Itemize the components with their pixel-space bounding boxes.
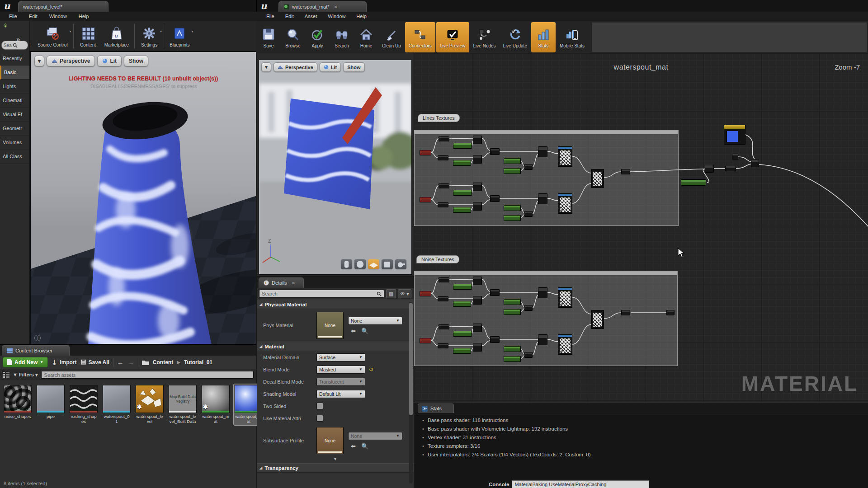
save-all-button[interactable]: Save All	[80, 359, 109, 366]
asset-rushing-shapes[interactable]: rushing_shapes	[69, 384, 99, 425]
chevron-down-icon[interactable]: ▾	[192, 29, 193, 33]
subsurface-profile-thumbnail[interactable]: None	[316, 427, 344, 454]
material-menu-asset[interactable]: Asset	[299, 13, 323, 20]
material-node-grn[interactable]	[453, 301, 471, 307]
asset-waterspout-level-built-data[interactable]: Map Build Data Registrywaterspout_level_…	[168, 384, 198, 425]
use-selected-icon[interactable]: ⬅	[351, 328, 356, 334]
material-menu-edit[interactable]: Edit	[280, 13, 299, 20]
breadcrumb-content[interactable]: Content	[153, 359, 173, 366]
material-node-blk[interactable]	[438, 296, 448, 301]
phys-material-thumbnail[interactable]: None	[316, 312, 344, 339]
lit-button[interactable]: Lit	[97, 56, 122, 66]
material-node-tex[interactable]	[558, 334, 572, 355]
material-menu-window[interactable]: Window	[322, 13, 351, 20]
material-node-btex[interactable]	[591, 169, 604, 188]
asset-pipe[interactable]: pipe	[36, 384, 66, 425]
material-node-grn[interactable]	[504, 215, 521, 221]
material-node-red[interactable]	[420, 150, 431, 155]
material-node-blk[interactable]	[538, 334, 547, 345]
level-tab[interactable]: waterspout_level*	[18, 1, 108, 12]
material-node-blk[interactable]	[439, 183, 449, 188]
material-node-grn[interactable]	[453, 190, 472, 196]
mobile-stats-button[interactable]: Mobile Stats	[556, 21, 588, 53]
comment-label-1[interactable]: Noise Textures	[416, 255, 459, 263]
connectors-button[interactable]: Connectors	[405, 22, 435, 52]
content-browser-tab[interactable]: Content Browser	[2, 345, 70, 356]
home-button[interactable]: Home	[354, 21, 378, 53]
details-scrollbar[interactable]	[409, 302, 413, 483]
import-button[interactable]: ⭳ Import	[52, 359, 76, 366]
material-node-btex[interactable]	[591, 310, 604, 329]
material-node-blk[interactable]	[524, 305, 533, 311]
content-button[interactable]: Content	[75, 21, 101, 51]
sidebar-item-all-class[interactable]: All Class	[0, 150, 29, 164]
level-viewport[interactable]: ▾ Perspective Lit Show LIGHTING NEEDS TO…	[30, 52, 256, 344]
console-input[interactable]	[512, 480, 649, 488]
material-node-grn[interactable]	[504, 299, 521, 305]
perspective-button[interactable]: Perspective	[47, 56, 95, 66]
material-node-blk[interactable]	[438, 202, 448, 207]
close-icon[interactable]: ✕	[292, 281, 295, 286]
material-node-blk[interactable]	[732, 154, 738, 160]
asset-noise-shapes[interactable]: noise_shapes	[3, 384, 33, 425]
section-header-material[interactable]: ◢Material	[257, 342, 414, 351]
sidebar-search-input[interactable]: Sea	[1, 41, 28, 50]
asset-waterspout-01[interactable]: waterspout_01	[102, 384, 132, 425]
material-node-grn[interactable]	[504, 158, 521, 164]
use-material-attri-checkbox[interactable]	[316, 415, 323, 422]
preview-show-button[interactable]: Show	[343, 62, 364, 72]
material-node-grn[interactable]	[453, 143, 472, 149]
cube-shape-button[interactable]	[381, 259, 393, 270]
plane-shape-button[interactable]	[368, 259, 380, 270]
browse-button[interactable]: Browse	[281, 21, 305, 53]
live-nodes-button[interactable]: Live Nodes	[470, 21, 500, 53]
preview-options-button[interactable]: ▾	[261, 62, 271, 72]
sidebar-item-geometr[interactable]: Geometr	[0, 122, 29, 136]
material-domain-dropdown[interactable]: Surface▼	[316, 353, 365, 361]
filters-button[interactable]: ▼ Filters ▾	[13, 372, 38, 378]
sphere-shape-button[interactable]	[354, 259, 366, 270]
blueprints-button[interactable]: Blueprints▾	[166, 21, 193, 51]
shading-model-dropdown[interactable]: Default Lit▼	[316, 390, 365, 398]
browse-to-asset-icon[interactable]: 🔍	[361, 443, 368, 450]
material-node-blk[interactable]	[473, 136, 482, 144]
material-node-grn[interactable]	[504, 356, 521, 362]
material-node-blk[interactable]	[439, 324, 449, 329]
material-preview-viewport[interactable]: ▾ Perspective Lit Show	[259, 60, 412, 275]
material-node-blk[interactable]	[524, 164, 533, 170]
material-node-blk[interactable]	[524, 352, 533, 358]
use-selected-icon[interactable]: ⬅	[351, 443, 356, 450]
stats-button[interactable]: Stats	[531, 22, 556, 52]
material-node-blk[interactable]	[538, 287, 547, 298]
material-node-blk[interactable]	[725, 166, 736, 171]
preview-lit-button[interactable]: Lit	[320, 62, 341, 72]
material-node-grn[interactable]	[453, 331, 472, 337]
clean-up-button[interactable]: Clean Up	[378, 21, 405, 53]
material-node-grn[interactable]	[504, 309, 521, 315]
live-preview-button[interactable]: Live Preview	[436, 22, 469, 52]
sidebar-item-lights[interactable]: Lights	[0, 80, 29, 94]
chevron-down-icon[interactable]: ▾	[160, 29, 162, 33]
material-node-grn[interactable]	[504, 168, 521, 174]
material-node-blk[interactable]	[473, 324, 482, 332]
details-tab[interactable]: i Details ✕	[259, 277, 304, 288]
material-node-blk[interactable]	[490, 148, 500, 155]
material-node-blk[interactable]	[473, 296, 482, 305]
sources-panel-icon[interactable]	[3, 372, 9, 378]
asset-search-input[interactable]: Search assets	[41, 371, 254, 379]
decal-blend-mode-dropdown[interactable]: Translucent▼	[316, 378, 365, 386]
back-button[interactable]: ←	[117, 358, 124, 366]
material-node-grn[interactable]	[504, 346, 521, 352]
material-node-blk[interactable]	[705, 165, 714, 173]
material-node-tex[interactable]	[558, 287, 572, 308]
material-node-blk[interactable]	[751, 159, 759, 167]
material-node-tex[interactable]	[558, 146, 572, 167]
material-node-blk[interactable]	[538, 146, 547, 157]
source-control-button[interactable]: Source Control▾	[34, 21, 71, 51]
details-search-input[interactable]: Search	[259, 290, 384, 298]
apply-button[interactable]: Apply	[305, 21, 330, 53]
section-header-physical-material[interactable]: ◢Physical Material	[257, 300, 414, 309]
add-new-button[interactable]: Add New ▼	[3, 357, 48, 367]
material-menu-file[interactable]: File	[261, 13, 280, 20]
sidebar-item-cinemati[interactable]: Cinemati	[0, 94, 29, 108]
